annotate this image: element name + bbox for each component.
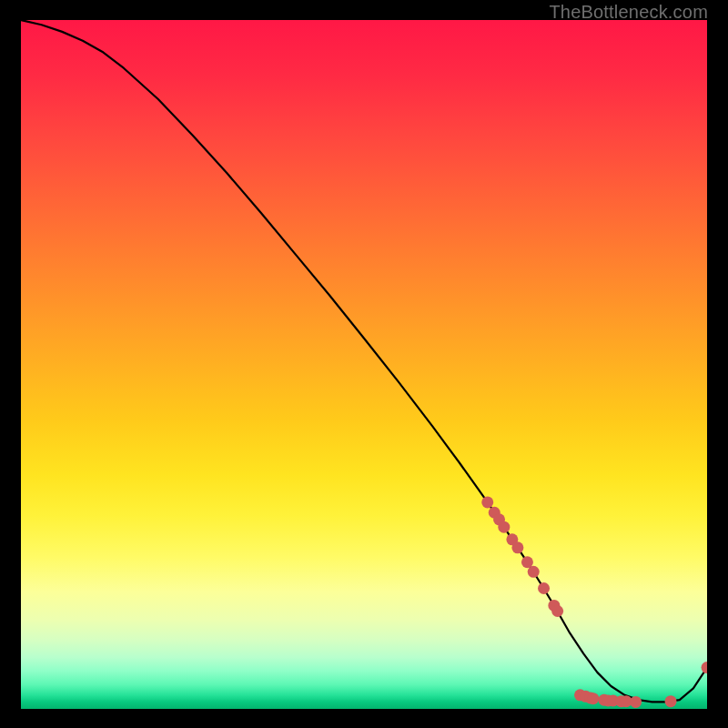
chart-svg bbox=[21, 20, 707, 709]
marker-dot bbox=[498, 521, 510, 533]
marker-dot bbox=[538, 582, 550, 594]
chart-stage: TheBottleneck.com bbox=[0, 0, 728, 728]
marker-group bbox=[481, 496, 707, 708]
chart-plot-area bbox=[21, 20, 707, 709]
watermark-text: TheBottleneck.com bbox=[549, 2, 708, 23]
marker-dot bbox=[481, 496, 493, 508]
marker-dot bbox=[511, 541, 523, 553]
marker-dot bbox=[702, 662, 708, 673]
marker-dot bbox=[587, 693, 599, 704]
bottleneck-curve bbox=[21, 20, 707, 702]
marker-dot bbox=[528, 566, 540, 578]
marker-dot bbox=[551, 605, 563, 617]
marker-dot bbox=[630, 696, 642, 708]
marker-dot bbox=[665, 695, 677, 707]
